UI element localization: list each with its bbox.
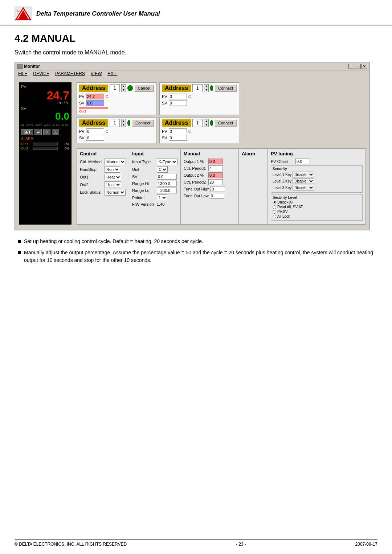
sv-row-tr: SV (162, 100, 237, 106)
out2-ctrl-select[interactable]: Heat (105, 181, 121, 188)
out1-label-tl: Out2 (79, 110, 154, 113)
out1-bar-tl (79, 107, 108, 109)
mode-button[interactable]: ⇄ (34, 129, 42, 135)
input-panel: Input Input Type K-Type Unit C (129, 149, 181, 224)
address-panels: Address ▲ ▼ Cancel PV C (77, 82, 366, 225)
address-spinner-tr[interactable]: ▲ ▼ (204, 84, 209, 92)
input-type-label: Input Type (132, 160, 156, 164)
spinner-down-bl[interactable]: ▼ (122, 123, 126, 127)
menu-file[interactable]: FILE (18, 71, 27, 76)
pv-offset-input[interactable] (295, 159, 310, 164)
down-button[interactable]: ▽ (43, 129, 50, 135)
unit-select[interactable]: C (157, 166, 168, 173)
spinner-up-tl[interactable]: ▲ (122, 85, 126, 88)
spinner-down-tr[interactable]: ▼ (204, 88, 208, 92)
ctrl-method-select[interactable]: Manual (105, 159, 126, 165)
ctrl-period2-input[interactable] (208, 179, 223, 185)
spinner-down-tl[interactable]: ▼ (122, 88, 126, 92)
address-spinner-br[interactable]: ▲ ▼ (204, 119, 209, 127)
out2-ctrl-label: Out2 (80, 182, 103, 187)
pv-input-br[interactable] (169, 128, 187, 134)
tune-out-high-row: Tune Out High (184, 186, 236, 192)
unit-f: ° °F (64, 101, 69, 105)
connect-button-tr[interactable]: Connect (215, 85, 237, 92)
spinner-up-br[interactable]: ▲ (204, 119, 208, 123)
intro-text: Switch the control mode to MANUAL mode. (15, 49, 377, 56)
address-indicator-tr (210, 85, 213, 91)
sv-input-br[interactable] (169, 135, 187, 141)
menu-view[interactable]: VIEW (91, 71, 102, 76)
address-spinner-tl[interactable]: ▲ ▼ (121, 84, 126, 92)
sv-input-bl[interactable] (86, 135, 104, 141)
address-panel-header-bl: Address ▲ ▼ Connect (79, 119, 154, 127)
pv-sv-radio[interactable] (273, 210, 276, 214)
menu-device[interactable]: DEVICE (33, 71, 49, 76)
pv-input-tl[interactable] (86, 94, 104, 99)
sv-label-tl: SV (79, 101, 85, 105)
read-all-radio[interactable] (273, 205, 276, 209)
pv-row-br: PV C (162, 128, 237, 134)
run-stop-select[interactable]: Run (105, 166, 120, 173)
sv-input-tr[interactable] (169, 100, 187, 106)
unlock-all-radio[interactable] (273, 201, 276, 204)
up-button[interactable]: △ (52, 129, 59, 135)
out1-track (33, 143, 58, 145)
close-button[interactable]: ✕ (362, 64, 367, 69)
level3-key-select[interactable]: Disable (293, 185, 314, 190)
tune-out-low-row: Tune Out Low (184, 193, 236, 199)
restore-button[interactable]: ▫ (355, 64, 361, 69)
bullet-text-2: Manually adjust the output percentage. A… (24, 249, 377, 264)
menu-exit[interactable]: EXIT (108, 71, 118, 76)
pv-input-bl[interactable] (86, 128, 104, 134)
spinner-down-br[interactable]: ▼ (204, 123, 208, 127)
address-input-tr[interactable] (192, 84, 203, 92)
unlock-all-label: Unlock All (277, 200, 293, 204)
monitor-body: PV 24.7 • °C ° °F SV 0.0 AT OUT1 OUT2 AL… (15, 77, 369, 230)
address-panel-bottom-right: Address ▲ ▼ Connect PV C (159, 117, 239, 143)
output2-pct-input[interactable] (208, 172, 223, 178)
pv-row-tl: PV C (79, 94, 154, 99)
level2-key-select[interactable]: Disable (293, 178, 314, 184)
footer-right: 2007-09-17 (355, 542, 377, 547)
tune-out-high-input[interactable] (211, 186, 225, 192)
connect-button-bl[interactable]: Connect (132, 119, 154, 127)
lock-status-select[interactable]: Normal (105, 189, 126, 196)
sv-label-br: SV (162, 136, 167, 140)
bullet-item-2: Manually adjust the output percentage. A… (18, 249, 377, 264)
footer-left: © DELTA ELECTRONICS, INC. ALL RIGHTS RES… (15, 542, 127, 547)
set-button[interactable]: SET (21, 129, 33, 135)
alm1-label: ALM1 (44, 124, 51, 127)
connect-button-br[interactable]: Connect (215, 119, 237, 127)
minimize-button[interactable]: _ (348, 64, 354, 69)
sv-input-tl[interactable] (86, 100, 104, 106)
tune-out-low-input[interactable] (210, 193, 224, 199)
address-input-br[interactable] (192, 119, 203, 127)
sv-input-field[interactable] (157, 174, 177, 180)
device-sv-value: 0.0 (21, 111, 69, 122)
out1-ctrl-select[interactable]: Heat (105, 174, 121, 180)
address-spinner-bl[interactable]: ▲ ▼ (121, 119, 126, 127)
menu-parameters[interactable]: PARAMETERS (55, 71, 85, 76)
ctrl-period1-input[interactable] (208, 165, 223, 171)
out2-ind-label: OUT2 (35, 124, 42, 127)
spinner-up-bl[interactable]: ▲ (122, 119, 126, 123)
window-controls[interactable]: _ ▫ ✕ (348, 64, 367, 69)
pointer-row: Pointer 1 (132, 194, 177, 201)
input-type-select[interactable]: K-Type (157, 159, 177, 165)
out1-pct: 0% (59, 142, 69, 146)
address-input-tl[interactable] (110, 84, 120, 92)
tune-out-low-label: Tune Out Low (184, 194, 209, 198)
pv-offset-label: PV Offset (271, 159, 294, 164)
level1-key-select[interactable]: Disable (293, 172, 314, 177)
spinner-up-tr[interactable]: ▲ (204, 85, 208, 88)
out1-bar-label: Out1 (21, 142, 31, 146)
pv-input-tr[interactable] (169, 94, 187, 99)
address-input-bl[interactable] (110, 119, 120, 127)
fw-version-row: F/W Version 1.40 (132, 202, 177, 206)
all-lock-radio[interactable] (273, 215, 276, 218)
cancel-button[interactable]: Cancel (134, 85, 154, 92)
pointer-select[interactable]: 1 (157, 194, 167, 201)
output1-pct-input[interactable] (208, 159, 223, 164)
range-lo-input[interactable] (157, 188, 177, 193)
range-hi-input[interactable] (157, 181, 177, 186)
